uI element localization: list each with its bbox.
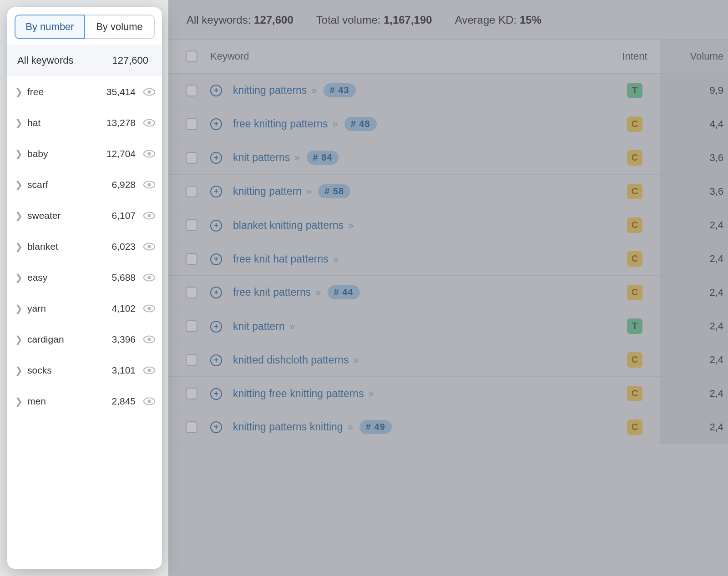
chevrons-icon: » [348, 421, 351, 433]
row-checkbox[interactable] [186, 320, 197, 332]
group-item[interactable]: ❯hat13,278 [7, 107, 162, 138]
row-checkbox[interactable] [186, 253, 197, 265]
column-header-volume[interactable]: Volume [660, 40, 728, 73]
intent-badge[interactable]: C [627, 150, 642, 166]
group-item[interactable]: ❯easy5,688 [7, 262, 162, 293]
all-keywords-row[interactable]: All keywords 127,600 [7, 45, 162, 76]
intent-badge[interactable]: C [627, 116, 642, 132]
eye-icon[interactable] [143, 119, 156, 127]
add-icon[interactable]: + [210, 388, 222, 400]
group-item[interactable]: ❯baby12,704 [7, 138, 162, 169]
keyword-link[interactable]: +free knit patterns»# 44 [210, 285, 360, 299]
rank-pill[interactable]: # 84 [307, 151, 339, 165]
group-item[interactable]: ❯free35,414 [7, 76, 162, 107]
row-checkbox[interactable] [186, 85, 197, 96]
column-header-keyword[interactable]: Keyword [210, 51, 610, 62]
add-icon[interactable]: + [210, 287, 222, 298]
eye-icon[interactable] [143, 335, 156, 344]
rank-pill[interactable]: # 43 [324, 83, 356, 97]
add-icon[interactable]: + [210, 354, 222, 366]
intent-badge[interactable]: T [627, 318, 642, 334]
group-item[interactable]: ❯men2,845 [7, 386, 162, 417]
rank-pill[interactable]: # 44 [328, 285, 360, 299]
keyword-link[interactable]: +knit pattern» [210, 320, 293, 333]
add-icon[interactable]: + [210, 253, 222, 265]
eye-icon[interactable] [143, 88, 156, 96]
group-item[interactable]: ❯socks3,101 [7, 355, 162, 386]
row-checkbox[interactable] [186, 388, 197, 399]
intent-badge[interactable]: C [627, 251, 642, 267]
group-name: blanket [27, 241, 107, 252]
row-checkbox[interactable] [186, 118, 197, 130]
add-icon[interactable]: + [210, 321, 222, 333]
summary-total-volume: Total volume: 1,167,190 [316, 14, 432, 26]
add-icon[interactable]: + [210, 421, 222, 433]
keyword-link[interactable]: +knit patterns»# 84 [210, 151, 339, 165]
summary-all-keywords: All keywords: 127,600 [187, 14, 293, 26]
eye-icon[interactable] [143, 212, 156, 220]
row-checkbox[interactable] [186, 421, 197, 433]
intent-badge[interactable]: C [627, 352, 642, 368]
group-count: 6,107 [111, 210, 136, 221]
add-icon[interactable]: + [210, 85, 222, 96]
add-icon[interactable]: + [210, 152, 222, 164]
svg-point-1 [147, 90, 151, 94]
keyword-text: knitted dishcloth patterns [233, 354, 349, 366]
row-checkbox[interactable] [186, 152, 197, 164]
group-item[interactable]: ❯scarf6,928 [7, 169, 162, 200]
row-checkbox[interactable] [186, 219, 197, 231]
tab-by-volume[interactable]: By volume [85, 15, 155, 39]
select-all-checkbox[interactable] [186, 51, 197, 62]
group-item[interactable]: ❯sweater6,107 [7, 200, 162, 231]
volume-cell: 2,4 [660, 276, 728, 309]
intent-badge[interactable]: C [627, 217, 642, 233]
keyword-link[interactable]: +free knit hat patterns» [210, 253, 337, 265]
group-count: 35,414 [106, 86, 136, 97]
intent-badge[interactable]: C [627, 419, 642, 435]
keyword-link[interactable]: +knitted dishcloth patterns» [210, 354, 357, 366]
keyword-link[interactable]: +free knitting patterns»# 48 [210, 117, 377, 131]
rank-pill[interactable]: # 49 [359, 420, 392, 434]
keyword-link[interactable]: +knitting free knitting patterns» [210, 388, 372, 400]
row-checkbox[interactable] [186, 186, 197, 197]
keyword-link[interactable]: +knitting pattern»# 58 [210, 184, 350, 198]
keyword-groups-sidebar: By number By volume All keywords 127,600… [7, 7, 162, 569]
add-icon[interactable]: + [210, 186, 222, 197]
intent-badge[interactable]: C [627, 386, 642, 401]
group-name: men [27, 396, 107, 407]
row-checkbox[interactable] [186, 354, 197, 366]
keyword-text: knitting patterns knitting [233, 421, 343, 433]
intent-badge[interactable]: T [627, 83, 642, 98]
rank-pill[interactable]: # 58 [318, 184, 350, 198]
eye-icon[interactable] [143, 304, 156, 313]
group-list[interactable]: ❯free35,414❯hat13,278❯baby12,704❯scarf6,… [7, 76, 162, 569]
table-row: +free knit hat patterns»C2,4 [168, 242, 728, 276]
add-icon[interactable]: + [210, 118, 222, 130]
group-item[interactable]: ❯blanket6,023 [7, 231, 162, 262]
eye-icon[interactable] [143, 150, 156, 158]
eye-icon[interactable] [143, 181, 156, 189]
table-row: +knit pattern»T2,4 [168, 309, 728, 343]
eye-icon[interactable] [143, 243, 156, 251]
row-checkbox[interactable] [186, 287, 197, 298]
intent-badge[interactable]: C [627, 285, 642, 300]
eye-icon[interactable] [143, 273, 156, 282]
group-item[interactable]: ❯yarn4,102 [7, 293, 162, 324]
add-icon[interactable]: + [210, 220, 222, 232]
chevron-right-icon: ❯ [15, 117, 23, 128]
volume-cell: 9,9 [660, 74, 728, 107]
keyword-link[interactable]: +blanket knitting patterns» [210, 219, 352, 232]
group-item[interactable]: ❯cardigan3,396 [7, 324, 162, 355]
keyword-text: knit pattern [233, 320, 285, 333]
eye-icon[interactable] [143, 366, 156, 374]
eye-icon[interactable] [143, 397, 156, 405]
keyword-text: knit patterns [233, 152, 290, 164]
keyword-link[interactable]: +knitting patterns knitting»# 49 [210, 420, 392, 434]
column-header-intent[interactable]: Intent [610, 51, 660, 62]
rank-pill[interactable]: # 48 [344, 117, 377, 131]
volume-cell: 4,4 [660, 107, 728, 141]
summary-label: Total volume: [316, 14, 380, 26]
keyword-link[interactable]: +knitting patterns»# 43 [210, 83, 356, 97]
intent-badge[interactable]: C [627, 184, 642, 199]
tab-by-number[interactable]: By number [15, 15, 85, 39]
